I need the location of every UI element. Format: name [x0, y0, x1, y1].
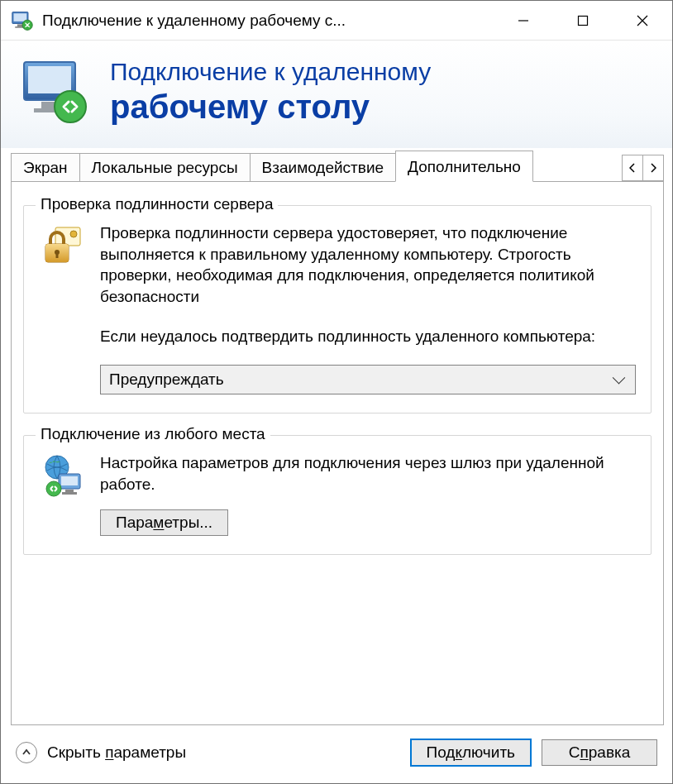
close-button[interactable]	[613, 1, 672, 40]
svg-rect-19	[56, 252, 59, 258]
tab-panel-advanced: Проверка подлинности сервера П	[11, 181, 664, 725]
svg-rect-10	[28, 66, 71, 93]
tab-display[interactable]: Экран	[11, 153, 80, 182]
banner-line1: Подключение к удаленному	[110, 58, 431, 87]
lock-certificate-icon	[39, 222, 85, 394]
tab-scroll-left-button[interactable]	[622, 155, 643, 181]
hide-options-link[interactable]: Скрыть параметры	[47, 743, 186, 762]
gateway-description: Настройка параметров для подключения чер…	[100, 452, 636, 495]
gateway-legend: Подключение из любого места	[36, 425, 270, 443]
connect-button[interactable]: Подключить	[410, 739, 532, 767]
svg-rect-6	[579, 16, 588, 25]
window-title: Подключение к удаленному рабочему с...	[42, 12, 494, 30]
server-auth-group: Проверка подлинности сервера П	[23, 205, 652, 414]
gateway-settings-button[interactable]: Параметры...	[100, 509, 228, 536]
globe-monitor-icon	[39, 452, 85, 536]
auth-prompt-label: Если неудалось подтвердить подлинность у…	[100, 326, 636, 347]
collapse-options-icon[interactable]	[16, 742, 37, 763]
tab-advanced[interactable]: Дополнительно	[395, 151, 533, 182]
rdp-logo-icon	[19, 55, 92, 128]
tab-experience[interactable]: Взаимодействие	[250, 153, 397, 182]
banner-text: Подключение к удаленному рабочему столу	[110, 58, 431, 127]
svg-rect-24	[62, 492, 77, 495]
auth-mode-select[interactable]: Предупреждать	[100, 365, 636, 394]
tab-local-resources[interactable]: Локальные ресурсы	[79, 153, 251, 182]
auth-mode-value: Предупреждать	[109, 369, 224, 390]
minimize-button[interactable]	[494, 1, 553, 40]
tab-strip: Экран Локальные ресурсы Взаимодействие Д…	[1, 148, 672, 181]
svg-point-25	[46, 481, 61, 496]
titlebar: Подключение к удаленному рабочему с...	[1, 1, 672, 41]
rdp-window: Подключение к удаленному рабочему с...	[0, 0, 673, 784]
maximize-button[interactable]	[553, 1, 613, 40]
header-banner: Подключение к удаленному рабочему столу	[1, 41, 672, 148]
svg-point-15	[70, 231, 77, 237]
svg-rect-22	[61, 476, 78, 485]
dialog-footer: Скрыть параметры Подключить Справка	[1, 725, 672, 783]
server-auth-legend: Проверка подлинности сервера	[36, 195, 278, 213]
svg-rect-23	[65, 490, 74, 492]
tab-scroll-right-button[interactable]	[642, 155, 664, 181]
rdp-app-icon	[11, 9, 34, 32]
svg-rect-14	[55, 227, 80, 246]
banner-line2: рабочему столу	[110, 88, 431, 126]
help-button[interactable]: Справка	[542, 739, 657, 766]
svg-point-13	[55, 91, 86, 122]
svg-rect-1	[14, 13, 27, 22]
gateway-group: Подключение из любого места	[23, 435, 652, 555]
auth-description: Проверка подлинности сервера удостоверяе…	[100, 222, 636, 308]
